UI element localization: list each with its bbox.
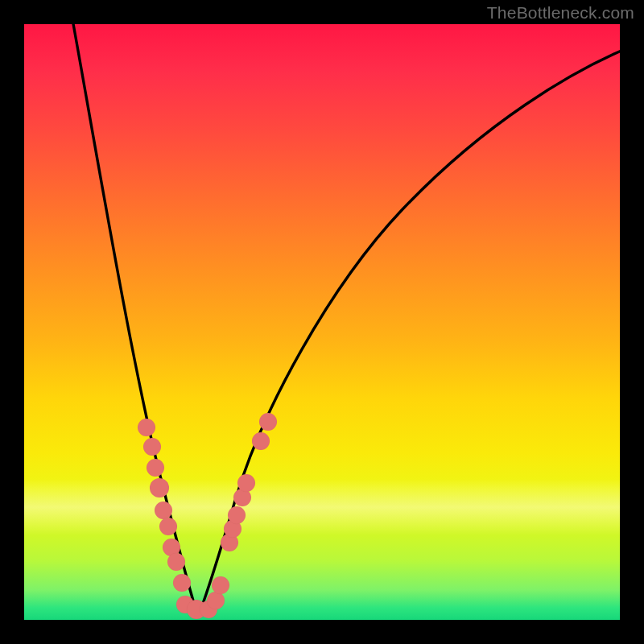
chart-frame: TheBottleneck.com	[0, 0, 644, 644]
watermark-text: TheBottleneck.com	[487, 3, 634, 23]
data-dot	[207, 592, 225, 609]
data-dot	[252, 432, 270, 450]
data-dot	[212, 576, 229, 594]
data-dot	[147, 459, 164, 477]
curve-left-arm	[72, 19, 198, 617]
curve-group	[72, 19, 623, 617]
data-dot	[237, 474, 255, 492]
data-dot	[173, 574, 191, 592]
data-dot	[167, 553, 185, 571]
data-dot	[143, 438, 161, 456]
data-dot	[155, 502, 172, 519]
data-dot	[259, 413, 277, 431]
data-dot	[159, 518, 177, 535]
data-dot	[138, 419, 155, 436]
plot-area	[24, 24, 620, 620]
chart-svg	[24, 24, 620, 620]
data-dot	[228, 506, 246, 524]
curve-right-arm	[198, 50, 623, 617]
data-dot	[150, 478, 169, 497]
